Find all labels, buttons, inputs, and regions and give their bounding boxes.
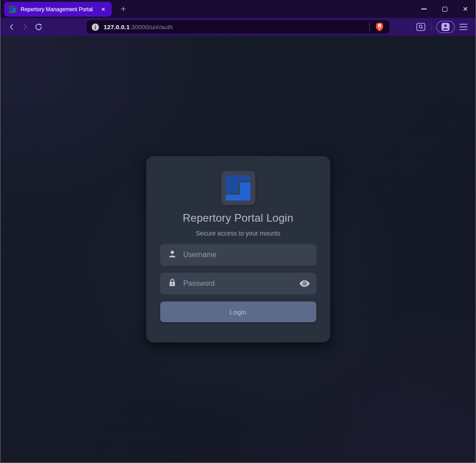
window-maximize-button[interactable] [434, 0, 455, 18]
repertory-logo-icon [221, 171, 255, 205]
site-info-icon[interactable] [90, 22, 100, 32]
toolbar-divider [432, 23, 432, 31]
new-tab-button[interactable]: + [117, 3, 130, 15]
login-title: Repertory Portal Login [183, 212, 293, 224]
reload-icon [34, 22, 43, 31]
profile-badge-icon[interactable] [436, 21, 455, 33]
close-icon: ✕ [463, 6, 468, 12]
repertory-logo-icon [9, 5, 17, 13]
window-controls: ✕ [414, 0, 476, 18]
reload-button[interactable] [32, 20, 45, 34]
toolbar-right-group [414, 20, 470, 34]
tab-title: Repertory Management Portal [21, 6, 95, 13]
brave-shield-icon[interactable] [374, 22, 385, 32]
window-minimize-button[interactable] [414, 0, 434, 18]
chevron-left-icon [8, 23, 16, 31]
tab-close-icon[interactable]: ✕ [99, 5, 107, 13]
minimize-icon [421, 9, 427, 9]
browser-titlebar: Repertory Management Portal ✕ + ✕ [0, 0, 476, 18]
login-button[interactable]: Login [160, 301, 316, 322]
login-subtitle: Secure access to your mounts [196, 230, 280, 237]
chevron-right-icon [21, 23, 29, 31]
login-card: Repertory Portal Login Secure access to … [146, 156, 330, 342]
lock-icon [167, 278, 177, 289]
page-background: Repertory Portal Login Secure access to … [0, 36, 476, 463]
back-button[interactable] [5, 20, 18, 34]
password-input[interactable] [183, 280, 292, 288]
browser-tab[interactable]: Repertory Management Portal ✕ [4, 2, 112, 17]
browser-toolbar: 127.0.0.1:30000/ui#/auth [0, 18, 476, 36]
url-host: 127.0.0.1 [104, 24, 130, 31]
maximize-icon [442, 7, 447, 12]
window-close-button[interactable]: ✕ [455, 0, 476, 18]
person-icon [167, 249, 177, 261]
sidebar-search-icon[interactable] [414, 20, 428, 34]
eye-visibility-icon[interactable] [298, 277, 311, 290]
url-path: :30000/ui#/auth [130, 24, 173, 31]
url-text: 127.0.0.1:30000/ui#/auth [104, 24, 173, 31]
password-field[interactable] [160, 273, 316, 294]
forward-button[interactable] [18, 20, 32, 34]
username-field[interactable] [160, 244, 316, 266]
browser-window: Repertory Management Portal ✕ + ✕ [0, 0, 476, 463]
username-input[interactable] [183, 251, 309, 259]
address-bar[interactable]: 127.0.0.1:30000/ui#/auth [87, 20, 389, 34]
urlbar-divider [369, 23, 370, 31]
hamburger-menu-icon[interactable] [457, 20, 470, 34]
